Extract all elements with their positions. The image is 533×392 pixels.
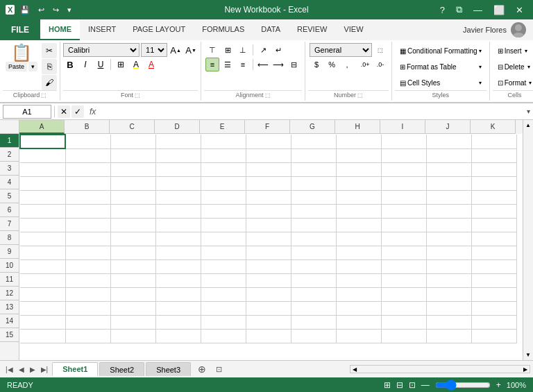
cell-E8[interactable]	[201, 232, 246, 246]
cell-C3[interactable]	[110, 162, 155, 176]
col-header-i[interactable]: I	[380, 120, 425, 134]
cell-A4[interactable]	[20, 176, 65, 190]
page-break-icon[interactable]: ⊡	[409, 380, 416, 390]
maximize-btn[interactable]: ⬜	[489, 3, 509, 17]
h-scroll-right[interactable]: ▶	[521, 366, 530, 373]
cell-H10[interactable]	[336, 259, 381, 273]
cell-H2[interactable]	[336, 148, 381, 162]
add-sheet-btn[interactable]: ⊕	[194, 364, 210, 375]
align-bottom-btn[interactable]: ⊥	[236, 43, 250, 57]
cell-K11[interactable]	[471, 273, 516, 287]
cell-B15[interactable]	[65, 329, 110, 343]
cell-D9[interactable]	[155, 246, 201, 259]
align-top-btn[interactable]: ⊤	[205, 43, 219, 57]
cell-J1[interactable]	[426, 135, 471, 148]
paste-btn-label[interactable]: Paste	[6, 62, 27, 71]
cell-G3[interactable]	[291, 162, 336, 176]
cell-G13[interactable]	[291, 301, 336, 315]
align-right-btn[interactable]: ≡	[236, 58, 250, 71]
redo-quick-btn[interactable]: ↪	[50, 4, 62, 16]
row-header-7[interactable]: 7	[0, 217, 19, 231]
cell-B5[interactable]	[65, 190, 110, 204]
cell-J6[interactable]	[426, 204, 471, 218]
tab-view[interactable]: VIEW	[335, 19, 371, 40]
row-header-10[interactable]: 10	[0, 259, 19, 273]
sheet-nav-last[interactable]: ▶|	[38, 364, 51, 375]
cell-G10[interactable]	[291, 259, 336, 273]
cell-J9[interactable]	[426, 246, 471, 259]
cell-B11[interactable]	[65, 273, 110, 287]
wrap-text-btn[interactable]: ↵	[271, 43, 285, 57]
italic-btn[interactable]: I	[78, 58, 92, 71]
clipboard-expand[interactable]: ⬚	[41, 92, 46, 99]
cell-G14[interactable]	[291, 315, 336, 329]
cell-A1[interactable]	[20, 135, 65, 148]
cell-K2[interactable]	[471, 148, 516, 162]
formula-input[interactable]	[101, 105, 524, 119]
cell-G12[interactable]	[291, 287, 336, 301]
customize-quick-btn[interactable]: ▾	[65, 4, 74, 16]
cell-K10[interactable]	[471, 259, 516, 273]
ribbon-toggle-btn[interactable]: ⧉	[452, 3, 466, 17]
cell-B12[interactable]	[65, 287, 110, 301]
formula-cancel-btn[interactable]: ✕	[58, 105, 70, 118]
sheet-tab-2[interactable]: Sheet2	[99, 362, 144, 376]
cell-J12[interactable]	[426, 287, 471, 301]
copy-btn[interactable]: ⎘	[42, 59, 57, 74]
underline-btn[interactable]: U	[94, 58, 108, 71]
h-scroll-left[interactable]: ◀	[350, 366, 359, 373]
sheet-tab-1[interactable]: Sheet1	[52, 362, 98, 376]
cell-B6[interactable]	[65, 204, 110, 218]
cell-I13[interactable]	[381, 301, 426, 315]
dollar-btn[interactable]: $	[310, 58, 323, 71]
sheet-tab-3[interactable]: Sheet3	[146, 362, 191, 376]
cell-C1[interactable]	[110, 135, 155, 148]
decrease-indent-btn[interactable]: ⟵	[256, 58, 270, 71]
cell-G4[interactable]	[291, 176, 336, 190]
cell-E14[interactable]	[201, 315, 246, 329]
row-header-9[interactable]: 9	[0, 245, 19, 259]
cell-G1[interactable]	[291, 135, 336, 148]
cell-D12[interactable]	[155, 287, 201, 301]
cell-C12[interactable]	[110, 287, 155, 301]
align-center-btn[interactable]: ☰	[221, 58, 235, 71]
cell-E15[interactable]	[201, 329, 246, 343]
bold-btn[interactable]: B	[63, 58, 77, 71]
cell-A15[interactable]	[20, 329, 65, 343]
cell-E7[interactable]	[201, 218, 246, 232]
cell-D5[interactable]	[155, 190, 201, 204]
tab-home[interactable]: HOME	[40, 19, 80, 40]
cell-J15[interactable]	[426, 329, 471, 343]
delete-btn[interactable]: ⊟ Delete ▾	[494, 59, 533, 74]
cell-E4[interactable]	[201, 176, 246, 190]
cell-H9[interactable]	[336, 246, 381, 259]
cell-C6[interactable]	[110, 204, 155, 218]
col-header-d[interactable]: D	[155, 120, 200, 134]
cell-F5[interactable]	[246, 190, 291, 204]
cell-C2[interactable]	[110, 148, 155, 162]
cell-C9[interactable]	[110, 246, 155, 259]
cell-J2[interactable]	[426, 148, 471, 162]
cell-A14[interactable]	[20, 315, 65, 329]
cell-D14[interactable]	[155, 315, 201, 329]
cell-H3[interactable]	[336, 162, 381, 176]
cell-D13[interactable]	[155, 301, 201, 315]
vertical-scrollbar[interactable]: ▲ ▼	[523, 120, 533, 360]
cell-E10[interactable]	[201, 259, 246, 273]
font-color-btn[interactable]: A	[144, 58, 158, 71]
cell-I14[interactable]	[381, 315, 426, 329]
cell-D7[interactable]	[155, 218, 201, 232]
cell-C15[interactable]	[110, 329, 155, 343]
cell-H15[interactable]	[336, 329, 381, 343]
cell-F10[interactable]	[246, 259, 291, 273]
cell-K7[interactable]	[471, 218, 516, 232]
scroll-up-btn[interactable]: ▲	[524, 120, 532, 130]
cell-I11[interactable]	[381, 273, 426, 287]
cell-G2[interactable]	[291, 148, 336, 162]
cell-D4[interactable]	[155, 176, 201, 190]
cell-F9[interactable]	[246, 246, 291, 259]
format-painter-btn[interactable]: 🖌	[42, 75, 57, 90]
cell-G8[interactable]	[291, 232, 336, 246]
cell-C5[interactable]	[110, 190, 155, 204]
cell-F11[interactable]	[246, 273, 291, 287]
